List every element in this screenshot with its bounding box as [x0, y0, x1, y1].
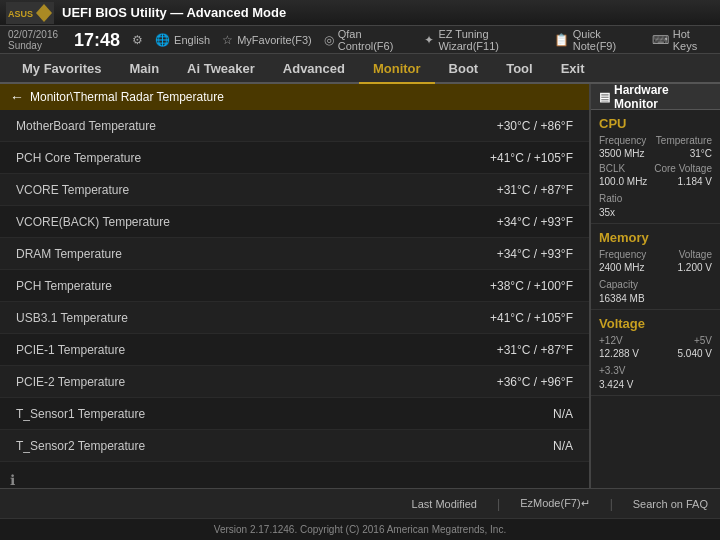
temp-label: T_Sensor1 Temperature [16, 407, 145, 421]
cpu-temp-val: 31°C [690, 148, 712, 159]
table-row[interactable]: VCORE(BACK) Temperature +34°C / +93°F [0, 206, 589, 238]
hot-keys-label: Hot Keys [673, 28, 712, 52]
cpu-ratio-label: Ratio [599, 193, 622, 204]
footer: Version 2.17.1246. Copyright (C) 2016 Am… [0, 518, 720, 540]
cpu-corevolt-label: Core Voltage [654, 163, 712, 174]
wand-icon: ✦ [424, 33, 434, 47]
info-icon[interactable]: ℹ [10, 472, 15, 488]
cpu-corevolt-val: 1.184 V [678, 176, 712, 187]
nav-item-main[interactable]: Main [115, 53, 173, 83]
nav-item-monitor[interactable]: Monitor [359, 54, 435, 84]
temp-value: +30°C / +86°F [497, 119, 573, 133]
my-favorite-label: MyFavorite(F3) [237, 34, 312, 46]
temp-label: VCORE Temperature [16, 183, 129, 197]
nav-bar: My Favorites Main Ai Tweaker Advanced Mo… [0, 54, 720, 84]
voltage-section: Voltage +12V +5V 12.288 V 5.040 V +3.3V … [591, 310, 720, 396]
separator-1: | [497, 497, 500, 511]
title-text: UEFI BIOS Utility — Advanced Mode [62, 5, 286, 20]
star-icon: ☆ [222, 33, 233, 47]
mem-freq-val: 2400 MHz [599, 262, 645, 273]
cpu-section: CPU Frequency Temperature 3500 MHz 31°C … [591, 110, 720, 224]
cpu-freq-label: Frequency [599, 135, 646, 146]
temp-value: N/A [553, 407, 573, 421]
nav-item-ai-tweaker[interactable]: Ai Tweaker [173, 53, 269, 83]
right-panel: ▤ Hardware Monitor CPU Frequency Tempera… [590, 84, 720, 488]
gear-icon: ⚙ [132, 33, 143, 47]
ez-tuning-item[interactable]: ✦ EZ Tuning Wizard(F11) [424, 28, 541, 52]
nav-item-advanced[interactable]: Advanced [269, 53, 359, 83]
mem-cap-label: Capacity [599, 279, 638, 290]
nav-item-boot[interactable]: Boot [435, 53, 493, 83]
temp-value: N/A [553, 439, 573, 453]
nav-item-exit[interactable]: Exit [547, 53, 599, 83]
table-row[interactable]: USB3.1 Temperature +41°C / +105°F [0, 302, 589, 334]
temp-label: PCIE-2 Temperature [16, 375, 125, 389]
my-favorite-item[interactable]: ☆ MyFavorite(F3) [222, 33, 312, 47]
hot-keys-item[interactable]: ⌨ Hot Keys [652, 28, 712, 52]
table-row[interactable]: VCORE Temperature +31°C / +87°F [0, 174, 589, 206]
hw-monitor-header: ▤ Hardware Monitor [591, 84, 720, 110]
footer-text: Version 2.17.1246. Copyright (C) 2016 Am… [214, 524, 506, 535]
main-layout: ← Monitor\Thermal Radar Temperature Moth… [0, 84, 720, 488]
svg-text:ASUS: ASUS [8, 9, 33, 19]
cpu-bclk-val: 100.0 MHz [599, 176, 647, 187]
v33-label: +3.3V [599, 365, 625, 376]
globe-icon: 🌐 [155, 33, 170, 47]
mem-volt-val: 1.200 V [678, 262, 712, 273]
cpu-ratio-val: 35x [599, 207, 615, 218]
table-row[interactable]: T_Sensor1 Temperature N/A [0, 398, 589, 430]
v5-label: +5V [694, 335, 712, 346]
table-row[interactable]: PCH Core Temperature +41°C / +105°F [0, 142, 589, 174]
temp-label: DRAM Temperature [16, 247, 122, 261]
mem-freq-label: Frequency [599, 249, 646, 260]
temp-value: +36°C / +96°F [497, 375, 573, 389]
back-arrow-icon[interactable]: ← [10, 89, 24, 105]
cpu-freq-val: 3500 MHz [599, 148, 645, 159]
v12-label: +12V [599, 335, 623, 346]
memory-section: Memory Frequency Voltage 2400 MHz 1.200 … [591, 224, 720, 310]
qfan-label: Qfan Control(F6) [338, 28, 413, 52]
ez-tuning-label: EZ Tuning Wizard(F11) [438, 28, 541, 52]
quick-note-item[interactable]: 📋 Quick Note(F9) [554, 28, 640, 52]
temp-label: PCH Core Temperature [16, 151, 141, 165]
breadcrumb-text: Monitor\Thermal Radar Temperature [30, 90, 224, 104]
table-row[interactable]: MotherBoard Temperature +30°C / +86°F [0, 110, 589, 142]
temp-value: +34°C / +93°F [497, 247, 573, 261]
hw-monitor-title: Hardware Monitor [614, 84, 712, 111]
bottom-bar: Last Modified | EzMode(F7)↵ | Search on … [0, 488, 720, 518]
temp-label: USB3.1 Temperature [16, 311, 128, 325]
mem-cap-val: 16384 MB [599, 293, 645, 304]
logo-icon: ASUS [6, 2, 54, 24]
voltage-title: Voltage [599, 316, 712, 331]
time-display: 17:48 [74, 31, 120, 49]
language-item[interactable]: 🌐 English [155, 33, 210, 47]
separator-2: | [610, 497, 613, 511]
memory-title: Memory [599, 230, 712, 245]
table-row[interactable]: T_Sensor2 Temperature N/A [0, 430, 589, 462]
temp-label: MotherBoard Temperature [16, 119, 156, 133]
ez-mode-button[interactable]: EzMode(F7)↵ [520, 497, 590, 510]
info-bar: 02/07/2016 Sunday 17:48 ⚙ 🌐 English ☆ My… [0, 26, 720, 54]
nav-item-my-favorites[interactable]: My Favorites [8, 53, 115, 83]
search-faq-button[interactable]: Search on FAQ [633, 498, 708, 510]
temp-value: +41°C / +105°F [490, 311, 573, 325]
nav-item-tool[interactable]: Tool [492, 53, 546, 83]
temp-value: +31°C / +87°F [497, 343, 573, 357]
last-modified-button[interactable]: Last Modified [412, 498, 477, 510]
fan-icon: ◎ [324, 33, 334, 47]
cpu-bclk-label: BCLK [599, 163, 625, 174]
v5-val: 5.040 V [678, 348, 712, 359]
temp-label: VCORE(BACK) Temperature [16, 215, 170, 229]
temp-label: T_Sensor2 Temperature [16, 439, 145, 453]
table-row[interactable]: PCIE-1 Temperature +31°C / +87°F [0, 334, 589, 366]
temp-label: PCH Temperature [16, 279, 112, 293]
temp-value: +31°C / +87°F [497, 183, 573, 197]
datetime: 02/07/2016 Sunday [8, 29, 58, 51]
qfan-item[interactable]: ◎ Qfan Control(F6) [324, 28, 413, 52]
title-bar: ASUS UEFI BIOS Utility — Advanced Mode [0, 0, 720, 26]
temp-value: +34°C / +93°F [497, 215, 573, 229]
table-row[interactable]: PCIE-2 Temperature +36°C / +96°F [0, 366, 589, 398]
table-row[interactable]: DRAM Temperature +34°C / +93°F [0, 238, 589, 270]
table-row[interactable]: PCH Temperature +38°C / +100°F [0, 270, 589, 302]
temperature-table: MotherBoard Temperature +30°C / +86°F PC… [0, 110, 589, 462]
